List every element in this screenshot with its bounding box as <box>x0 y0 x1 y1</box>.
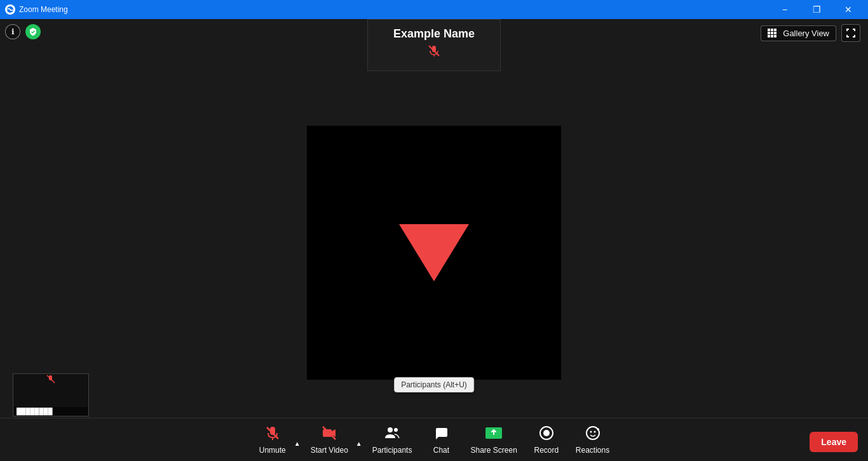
svg-point-15 <box>543 430 550 436</box>
participant-name: Example Name <box>393 27 475 41</box>
svg-point-16 <box>587 427 599 439</box>
video-off-icon <box>322 425 337 444</box>
maximize-button[interactable]: ❐ <box>802 0 831 19</box>
unmute-button[interactable]: Unmute <box>252 422 293 458</box>
video-chevron[interactable]: ▲ <box>355 440 363 447</box>
reactions-icon <box>585 425 600 444</box>
start-video-group: Start Video ▲ <box>304 422 363 458</box>
unmute-chevron[interactable]: ▲ <box>293 440 302 447</box>
start-video-button[interactable]: Start Video <box>304 422 355 458</box>
participants-button[interactable]: Participants <box>366 422 419 458</box>
title-bar: Zoom Meeting − ❐ ✕ <box>0 0 868 19</box>
title-bar-left: Zoom Meeting <box>5 4 68 15</box>
share-screen-button[interactable]: Share Screen <box>464 422 523 458</box>
chat-icon <box>433 425 449 444</box>
record-button[interactable]: Record <box>526 422 567 458</box>
svg-point-11 <box>388 427 393 432</box>
app-icon <box>5 4 15 15</box>
unmute-group: Unmute ▲ <box>252 422 302 458</box>
leave-button[interactable]: Leave <box>810 432 858 452</box>
user-thumbnail: ████████ <box>13 373 89 417</box>
minimize-button[interactable]: − <box>770 0 799 19</box>
fullscreen-button[interactable] <box>841 24 860 42</box>
muted-indicator-top <box>393 44 475 60</box>
mic-activity-arrow <box>399 224 469 281</box>
main-video-area <box>307 126 561 380</box>
meeting-info-icons: ℹ <box>5 24 41 39</box>
svg-point-12 <box>394 428 398 432</box>
svg-point-17 <box>590 431 592 432</box>
participants-icon <box>384 425 400 444</box>
meeting-info-button[interactable]: ℹ <box>5 24 20 39</box>
self-muted-badge <box>46 375 55 385</box>
chat-button[interactable]: Chat <box>421 422 461 458</box>
mute-icon <box>265 425 280 444</box>
record-icon <box>539 425 554 444</box>
share-screen-icon <box>485 425 503 444</box>
security-shield-button[interactable] <box>25 24 41 39</box>
close-button[interactable]: ✕ <box>834 0 863 19</box>
name-plate: Example Name <box>367 19 501 71</box>
svg-point-18 <box>593 431 595 432</box>
app-title: Zoom Meeting <box>19 5 68 14</box>
toolbar: Unmute ▲ Start Video ▲ <box>0 418 868 461</box>
reactions-button[interactable]: Reactions <box>569 422 616 458</box>
self-name-label: ████████ <box>14 407 88 415</box>
participants-tooltip: Participants (Alt+U) <box>394 377 474 392</box>
main-area: ℹ Example Name <box>0 19 868 461</box>
meeting-top-bar: Gallery View <box>753 19 868 47</box>
grid-icon <box>768 29 776 37</box>
title-bar-controls: − ❐ ✕ <box>770 0 863 19</box>
gallery-view-button[interactable]: Gallery View <box>761 25 836 41</box>
